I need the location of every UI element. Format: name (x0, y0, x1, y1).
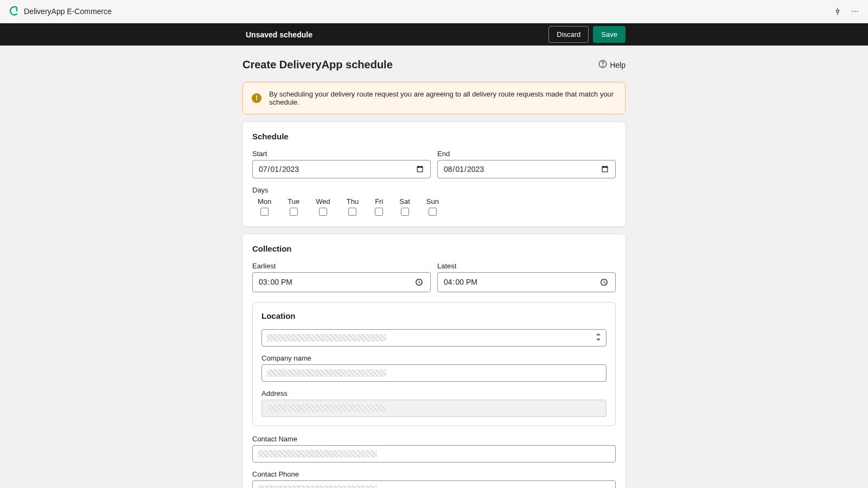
day-mon-checkbox[interactable] (260, 208, 269, 216)
page-title: Create DeliveryApp schedule (242, 59, 393, 71)
svg-point-4 (603, 66, 603, 66)
location-title: Location (261, 311, 607, 320)
warning-banner: ! By scheduling your delivery route requ… (242, 82, 626, 114)
day-mon: Mon (258, 197, 271, 216)
latest-label: Latest (437, 262, 616, 270)
address-redacted (267, 404, 386, 412)
day-sun: Sun (426, 197, 439, 216)
earliest-label: Earliest (252, 262, 431, 270)
contact-phone-redacted (258, 485, 377, 488)
svg-point-1 (854, 11, 856, 12)
contact-name-redacted (258, 450, 377, 458)
day-sun-checkbox[interactable] (429, 208, 437, 216)
day-thu-checkbox[interactable] (348, 208, 356, 216)
day-fri: Fri (375, 197, 383, 216)
titlebar-right (833, 7, 859, 16)
help-icon (598, 59, 608, 70)
day-fri-checkbox[interactable] (375, 208, 383, 216)
banner-text: By scheduling your delivery route reques… (269, 90, 616, 106)
app-title: DeliveryApp E-Commerce (24, 7, 112, 16)
svg-point-2 (857, 11, 858, 12)
help-label: Help (610, 61, 626, 69)
collection-card: Collection Earliest Latest Location (242, 234, 626, 488)
day-thu: Thu (347, 197, 359, 216)
titlebar-left: DeliveryApp E-Commerce (9, 6, 112, 17)
schedule-card: Schedule Start End Days Mon (242, 122, 626, 227)
contact-phone-label: Contact Phone (252, 470, 616, 478)
discard-button[interactable]: Discard (548, 26, 589, 43)
days-label: Days (252, 186, 616, 194)
day-label: Sun (426, 197, 439, 206)
day-wed-checkbox[interactable] (319, 208, 327, 216)
save-button[interactable]: Save (593, 26, 626, 43)
day-label: Tue (288, 197, 299, 206)
page-header: Create DeliveryApp schedule Help (242, 59, 626, 71)
help-link[interactable]: Help (598, 59, 626, 70)
address-label: Address (261, 389, 607, 397)
pin-icon[interactable] (833, 7, 842, 16)
actionbar-title: Unsaved schedule (242, 30, 312, 39)
end-date-input[interactable] (437, 160, 616, 178)
day-tue: Tue (288, 197, 299, 216)
day-label: Fri (375, 197, 383, 206)
location-redacted (267, 334, 386, 342)
day-label: Sat (399, 197, 410, 206)
svg-point-0 (852, 11, 853, 12)
start-label: Start (252, 150, 431, 158)
day-label: Thu (347, 197, 359, 206)
company-label: Company name (261, 354, 607, 362)
day-label: Mon (258, 197, 271, 206)
end-label: End (437, 150, 616, 158)
location-subcard: Location Company name (252, 302, 616, 426)
day-wed: Wed (316, 197, 330, 216)
day-sat: Sat (399, 197, 410, 216)
contact-name-label: Contact Name (252, 435, 616, 443)
more-icon[interactable] (851, 7, 859, 16)
day-tue-checkbox[interactable] (290, 208, 298, 216)
collection-title: Collection (252, 244, 616, 253)
company-redacted (267, 369, 386, 377)
schedule-title: Schedule (252, 132, 616, 141)
titlebar: DeliveryApp E-Commerce (0, 0, 868, 23)
actionbar: Unsaved schedule Discard Save (0, 23, 868, 46)
start-date-input[interactable] (252, 160, 431, 178)
app-logo-icon (9, 6, 18, 17)
day-label: Wed (316, 197, 330, 206)
warning-icon: ! (252, 93, 261, 103)
day-sat-checkbox[interactable] (401, 208, 409, 216)
latest-time-input[interactable] (437, 272, 616, 292)
earliest-time-input[interactable] (252, 272, 431, 292)
